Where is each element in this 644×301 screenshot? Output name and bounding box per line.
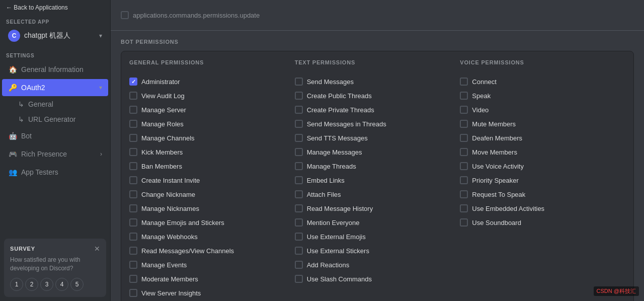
permission-checkbox[interactable]: [460, 78, 468, 86]
survey-number-2[interactable]: 2: [25, 278, 38, 291]
survey-number-3[interactable]: 3: [40, 278, 53, 291]
permission-checkbox[interactable]: [129, 78, 137, 86]
permission-checkbox[interactable]: [129, 120, 137, 128]
permission-checkbox[interactable]: [129, 92, 137, 100]
permission-checkbox[interactable]: [129, 233, 137, 241]
permission-label: Send Messages in Threads: [307, 120, 386, 128]
permission-checkbox[interactable]: [129, 162, 137, 170]
permission-label: Moderate Members: [141, 275, 198, 283]
permission-checkbox[interactable]: [129, 247, 137, 255]
permission-checkbox[interactable]: [129, 176, 137, 184]
command-checkbox[interactable]: [121, 11, 129, 19]
permission-checkbox[interactable]: [460, 190, 468, 198]
sidebar-item-label: App Testers: [21, 168, 58, 176]
permission-checkbox[interactable]: [460, 204, 468, 212]
chevron-down-icon: ▾: [99, 84, 102, 91]
sidebar-item-oauth2[interactable]: 🔑 OAuth2 ▾: [2, 79, 108, 96]
permission-checkbox[interactable]: [129, 106, 137, 114]
sidebar-item-general[interactable]: ↳ General: [2, 97, 108, 111]
permission-checkbox[interactable]: [295, 233, 303, 241]
permission-checkbox[interactable]: [295, 176, 303, 184]
sidebar-item-app-testers[interactable]: 👥 App Testers: [2, 164, 108, 181]
permission-checkbox[interactable]: [460, 162, 468, 170]
permission-label: Request To Speak: [472, 191, 525, 198]
app-selector[interactable]: C chatgpt 机器人 ▾: [2, 27, 108, 45]
back-to-applications-link[interactable]: ← Back to Applications: [0, 0, 110, 15]
permission-checkbox[interactable]: [460, 176, 468, 184]
permission-label: Deafen Members: [472, 134, 522, 142]
sidebar-item-url-generator[interactable]: ↳ URL Generator: [2, 112, 108, 126]
permission-checkbox[interactable]: [460, 218, 468, 227]
permissions-box: GENERAL PERMISSIONS TEXT PERMISSIONS VOI…: [121, 51, 634, 301]
survey-number-4[interactable]: 4: [55, 278, 68, 291]
permissions-headers: GENERAL PERMISSIONS TEXT PERMISSIONS VOI…: [129, 59, 625, 73]
permission-item: Speak: [460, 90, 625, 102]
permission-item: Send TTS Messages: [295, 132, 460, 144]
permission-checkbox[interactable]: [460, 148, 468, 156]
permission-checkbox[interactable]: [295, 148, 303, 156]
permission-label: Send TTS Messages: [307, 134, 368, 142]
permission-checkbox[interactable]: [295, 162, 303, 170]
permission-item: Add Reactions: [295, 259, 460, 271]
permission-checkbox[interactable]: [295, 120, 303, 128]
sub-arrow-icon: ↳: [18, 115, 24, 123]
permission-checkbox[interactable]: [295, 190, 303, 198]
permission-label: Read Messages/View Channels: [141, 247, 234, 255]
permission-checkbox[interactable]: [295, 218, 303, 227]
permission-label: Use Embedded Activities: [472, 205, 544, 212]
permission-label: Embed Links: [307, 177, 345, 184]
permission-checkbox[interactable]: [295, 134, 303, 142]
permission-label: Manage Messages: [307, 148, 362, 156]
app-name: chatgpt 机器人: [24, 31, 95, 40]
permission-checkbox[interactable]: [295, 78, 303, 86]
permission-checkbox[interactable]: [129, 204, 137, 212]
permission-checkbox[interactable]: [295, 247, 303, 255]
command-row: applications.commands.permissions.update: [121, 8, 634, 22]
permission-checkbox[interactable]: [295, 261, 303, 269]
permission-item: Video: [460, 104, 625, 116]
sidebar-item-general-information[interactable]: 🏠 General Information: [2, 61, 108, 78]
testers-icon: 👥: [8, 168, 17, 177]
permission-checkbox[interactable]: [129, 275, 137, 283]
survey-close-button[interactable]: ✕: [94, 245, 100, 253]
permission-checkbox[interactable]: [460, 120, 468, 128]
controller-icon: 🎮: [8, 149, 17, 159]
permission-item: Embed Links: [295, 174, 460, 186]
permission-label: Create Public Threads: [307, 92, 372, 100]
sidebar-item-bot[interactable]: 🤖 Bot: [2, 127, 108, 144]
permission-label: Video: [472, 106, 489, 114]
permission-checkbox[interactable]: [460, 106, 468, 114]
sidebar-item-rich-presence[interactable]: 🎮 Rich Presence ›: [2, 145, 108, 163]
permission-item: Use Slash Commands: [295, 273, 460, 285]
sidebar-item-label: General Information: [21, 65, 84, 73]
permission-checkbox[interactable]: [460, 134, 468, 142]
permission-checkbox[interactable]: [129, 190, 137, 198]
permission-label: Ban Members: [141, 163, 182, 170]
permission-checkbox[interactable]: [129, 134, 137, 142]
permission-label: Manage Roles: [141, 120, 184, 128]
permission-item: View Audit Log: [129, 90, 295, 102]
permission-checkbox[interactable]: [129, 148, 137, 156]
permission-checkbox[interactable]: [295, 106, 303, 114]
permission-label: Mute Members: [472, 120, 516, 128]
permission-label: Manage Emojis and Stickers: [141, 219, 224, 227]
permission-checkbox[interactable]: [129, 261, 137, 269]
permission-item: View Server Insights: [129, 287, 295, 299]
permission-item: Manage Messages: [295, 146, 460, 158]
survey-number-1[interactable]: 1: [10, 278, 23, 291]
selected-app-label: SELECTED APP: [0, 15, 110, 27]
key-icon: 🔑: [8, 83, 17, 92]
permission-checkbox[interactable]: [460, 92, 468, 100]
permission-checkbox[interactable]: [295, 92, 303, 100]
permission-item: Administrator: [129, 76, 295, 88]
survey-number-5[interactable]: 5: [70, 278, 84, 291]
permission-checkbox[interactable]: [129, 289, 137, 297]
permission-checkbox[interactable]: [295, 275, 303, 283]
watermark: CSDN @科技汇: [594, 286, 639, 296]
permission-checkbox[interactable]: [129, 218, 137, 227]
permission-checkbox[interactable]: [295, 204, 303, 212]
chevron-down-icon: ▾: [99, 32, 102, 39]
text-permissions-header: TEXT PERMISSIONS: [295, 59, 460, 67]
permission-item: Moderate Members: [129, 273, 295, 285]
survey-question: How satisfied are you with developing on…: [10, 256, 100, 273]
